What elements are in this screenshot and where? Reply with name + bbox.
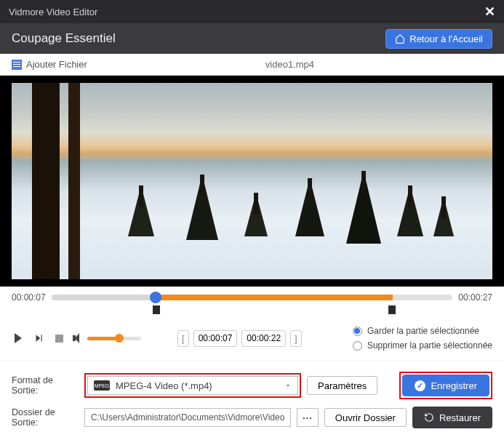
bracket-left-icon: [ (182, 333, 185, 344)
add-file-button[interactable]: Ajouter Fichier (12, 59, 87, 70)
save-button[interactable]: ✓ Enregistrer (402, 375, 489, 396)
save-label: Enregistrer (431, 380, 477, 391)
radio-on-icon (353, 327, 362, 336)
app-title: Vidmore Video Editor (9, 7, 97, 17)
output-format-label: Format de Sortie: (12, 375, 79, 396)
bracket-right-icon: ] (295, 333, 297, 344)
current-filename: video1.mp4 (265, 59, 314, 70)
add-file-label: Ajouter Fichier (26, 59, 87, 70)
set-in-button[interactable]: [ (177, 330, 189, 347)
volume-icon[interactable] (73, 333, 83, 343)
keep-selection-radio[interactable]: Garder la partie sélectionnée (353, 326, 492, 336)
open-folder-label: Ouvrir Dossier (335, 412, 396, 423)
home-icon (395, 33, 405, 44)
set-out-button[interactable]: ] (290, 330, 302, 347)
output-format-select[interactable]: MPEG MPEG-4 Video (*.mp4) (87, 376, 298, 395)
stop-icon (55, 335, 63, 343)
keep-selection-label: Garder la partie sélectionnée (367, 326, 479, 336)
mpeg-icon: MPEG (94, 380, 110, 391)
browse-folder-button[interactable]: ··· (297, 408, 319, 427)
in-time-field[interactable]: 00:00:07 (193, 330, 238, 347)
video-preview[interactable] (12, 83, 492, 279)
step-forward-icon (33, 333, 44, 343)
play-icon (15, 333, 22, 343)
output-folder-input[interactable] (84, 408, 291, 427)
check-circle-icon: ✓ (415, 380, 425, 391)
volume-slider[interactable] (87, 337, 141, 340)
step-button[interactable] (32, 332, 45, 345)
chevron-down-icon (284, 382, 292, 389)
playhead-handle[interactable] (150, 292, 161, 303)
output-folder-label: Dossier de Sortie: (12, 407, 79, 428)
close-icon[interactable]: ✕ (484, 4, 495, 20)
delete-selection-label: Supprimer la partie sélectionnée (367, 340, 492, 351)
restore-icon (424, 412, 434, 423)
play-button[interactable] (12, 332, 25, 345)
out-time-field[interactable]: 00:00:22 (241, 330, 286, 347)
settings-button[interactable]: Paramètres (307, 376, 377, 395)
trim-out-handle[interactable] (388, 305, 396, 314)
film-icon (12, 60, 22, 70)
home-label: Retour à l'Accueil (409, 33, 483, 44)
video-preview-area (0, 76, 504, 287)
restore-label: Restaurer (439, 412, 481, 423)
restore-button[interactable]: Restaurer (412, 407, 492, 428)
trim-in-handle[interactable] (153, 305, 160, 314)
in-time-value: 00:00:07 (199, 333, 233, 343)
home-button[interactable]: Retour à l'Accueil (385, 29, 492, 49)
open-folder-button[interactable]: Ouvrir Dossier (324, 408, 407, 427)
delete-selection-radio[interactable]: Supprimer la partie sélectionnée (353, 340, 492, 351)
timeline-start-time: 00:00:07 (12, 292, 46, 303)
radio-off-icon (353, 341, 362, 351)
out-time-value: 00:00:22 (247, 333, 281, 343)
page-title: Coupage Essentiel (12, 31, 116, 46)
settings-label: Paramètres (318, 380, 367, 391)
timeline-end-time: 00:00:27 (458, 292, 492, 303)
stop-button[interactable] (52, 332, 65, 345)
timeline-track[interactable] (52, 295, 453, 300)
output-format-value: MPEG-4 Video (*.mp4) (116, 380, 212, 391)
